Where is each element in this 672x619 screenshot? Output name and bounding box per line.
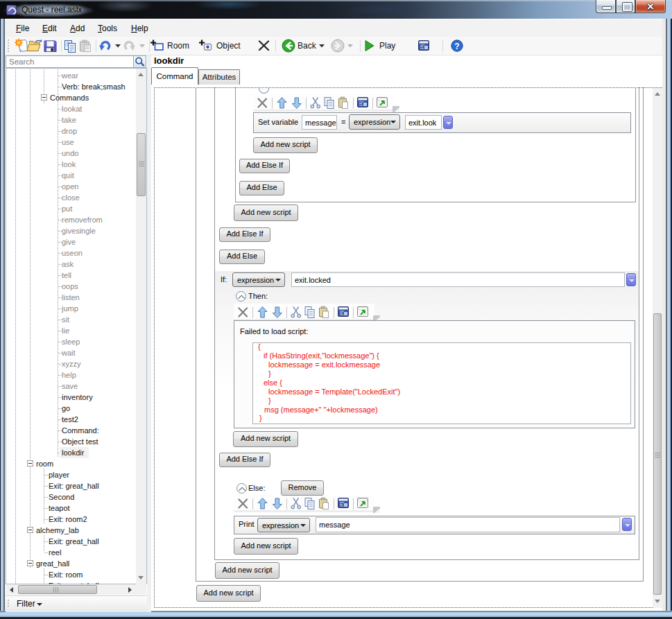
svg-text:?: ?	[454, 42, 459, 51]
